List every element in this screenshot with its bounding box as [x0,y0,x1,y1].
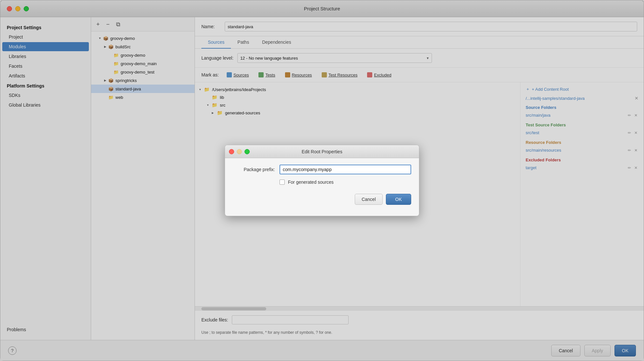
modal-overlay: Edit Root Properties Package prefix: For… [0,0,644,361]
modal-cancel-button[interactable]: Cancel [355,194,383,205]
for-generated-sources-checkbox[interactable] [280,180,285,185]
package-prefix-label: Package prefix: [233,167,275,172]
modal-close-button[interactable] [229,149,234,154]
modal-title-bar: Edit Root Properties [225,145,419,158]
modal-field-row: Package prefix: [233,165,411,174]
modal-minimize-button [237,149,242,154]
modal-traffic-lights [229,149,250,154]
package-prefix-input[interactable] [280,165,411,174]
modal-ok-button[interactable]: OK [386,194,411,205]
modal-buttons: Cancel OK [233,191,411,206]
main-window: Project Structure Project Settings Proje… [0,0,644,361]
for-generated-sources-label: For generated sources [288,180,334,185]
edit-root-properties-modal: Edit Root Properties Package prefix: For… [225,145,419,216]
modal-title: Edit Root Properties [302,149,342,154]
modal-checkbox-row: For generated sources [280,180,411,185]
modal-body: Package prefix: For generated sources Ca… [225,158,419,213]
modal-maximize-button[interactable] [244,149,250,154]
